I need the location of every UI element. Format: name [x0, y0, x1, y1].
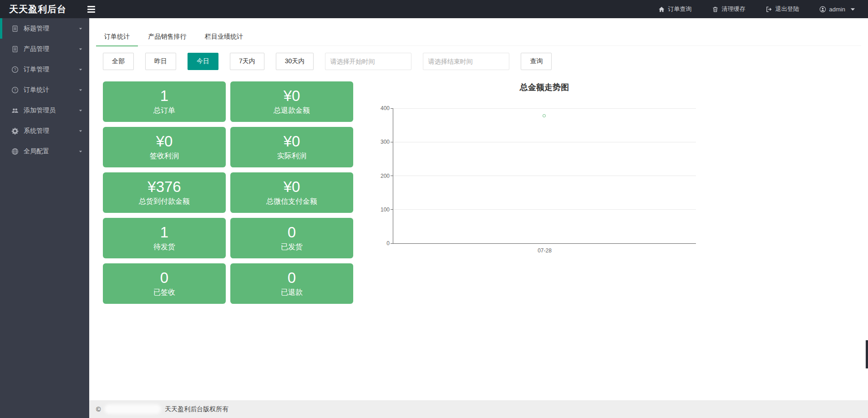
stat-value: 1 — [160, 224, 168, 241]
sidebar-item-global-config[interactable]: 全局配置 — [0, 141, 89, 161]
home-icon — [658, 6, 665, 13]
stat-label: 已退款 — [281, 288, 303, 297]
caret-down-icon — [78, 67, 83, 72]
tab-order-stats[interactable]: 订单统计 — [96, 28, 138, 46]
nav-label: 退出登陆 — [776, 5, 799, 13]
vertical-scrollbar-thumb[interactable] — [866, 340, 868, 368]
stat-card-wechat-amount: ¥0 总微信支付金额 — [230, 172, 353, 213]
filter-all-button[interactable]: 全部 — [103, 53, 134, 70]
stat-card-shipped: 0 已发货 — [230, 218, 353, 258]
filter-30days-button[interactable]: 30天内 — [276, 53, 314, 70]
y-axis-tick — [391, 108, 393, 109]
stat-card-refunded: 0 已退款 — [230, 263, 353, 304]
sidebar-item-label: 订单管理 — [24, 65, 49, 74]
y-axis-tick-label: 100 — [373, 206, 390, 213]
filter-bar: 全部 昨日 今日 7天内 30天内 查询 — [103, 53, 868, 70]
copyright-symbol: © — [96, 406, 101, 413]
stat-card-pending-shipment: 1 待发货 — [103, 218, 226, 258]
stat-label: 签收利润 — [150, 151, 179, 161]
y-axis-tick-label: 200 — [373, 172, 390, 180]
svg-text:?: ? — [14, 67, 16, 72]
trash-icon — [712, 6, 719, 13]
stat-label: 总退款金额 — [274, 106, 310, 116]
sidebar-item-label: 产品管理 — [24, 45, 49, 53]
footer: © 天天盈利后台版权所有 — [89, 400, 868, 418]
chart-gridline — [393, 108, 696, 109]
redacted-text-block — [104, 404, 161, 414]
total-amount-trend-chart: 总金额走势图 010020030040007-28 — [393, 82, 696, 244]
sidebar: 标题管理 产品管理 ? 订单管理 ? 订单统计 添加管理员 系统管理 全局配置 — [0, 18, 89, 418]
start-time-input[interactable] — [325, 53, 411, 70]
menu-toggle-icon[interactable] — [87, 3, 101, 15]
sidebar-item-system-management[interactable]: 系统管理 — [0, 121, 89, 141]
sidebar-item-order-stats[interactable]: ? 订单统计 — [0, 80, 89, 100]
stat-label: 总微信支付金额 — [266, 197, 317, 206]
stat-label: 待发货 — [153, 242, 175, 252]
nav-logout[interactable]: 退出登陆 — [766, 5, 799, 13]
users-icon — [11, 107, 19, 114]
filter-yesterday-button[interactable]: 昨日 — [145, 53, 176, 70]
caret-down-icon — [78, 88, 83, 92]
question-circle-icon: ? — [11, 66, 19, 73]
stat-value: ¥0 — [156, 133, 173, 150]
sidebar-item-label: 订单统计 — [24, 86, 49, 94]
stat-card-signed-profit: ¥0 签收利润 — [103, 127, 226, 167]
app-title: 天天盈利后台 — [0, 3, 81, 15]
copyright-text: 天天盈利后台版权所有 — [165, 405, 228, 413]
globe-icon — [11, 148, 19, 155]
file-icon — [11, 25, 19, 32]
stat-label: 已发货 — [281, 242, 303, 252]
stat-card-total-refund: ¥0 总退款金额 — [230, 81, 353, 122]
stat-card-signed: 0 已签收 — [103, 263, 226, 304]
question-circle-icon: ? — [11, 86, 19, 94]
chart-gridline — [393, 176, 696, 176]
stat-card-actual-profit: ¥0 实际利润 — [230, 127, 353, 167]
y-axis-tick — [391, 209, 393, 210]
caret-down-icon — [78, 108, 83, 113]
stat-value: ¥0 — [284, 133, 300, 150]
sidebar-item-product-management[interactable]: 产品管理 — [0, 39, 89, 59]
logout-icon — [766, 6, 772, 13]
y-axis-tick — [391, 243, 393, 244]
top-header: 天天盈利后台 订单查询 清理缓存 退出登陆 admin — [0, 0, 868, 18]
sidebar-item-label: 标题管理 — [24, 25, 49, 33]
sidebar-item-add-admin[interactable]: 添加管理员 — [0, 100, 89, 121]
stat-label: 总货到付款金额 — [139, 197, 190, 206]
filter-7days-button[interactable]: 7天内 — [230, 53, 264, 70]
end-time-input[interactable] — [423, 53, 509, 70]
file-icon — [11, 45, 19, 53]
caret-down-icon — [78, 47, 83, 51]
sidebar-item-title-management[interactable]: 标题管理 — [0, 18, 89, 39]
chart-gridline — [393, 142, 696, 142]
search-button[interactable]: 查询 — [521, 53, 552, 70]
stat-value: 0 — [288, 270, 296, 286]
sidebar-item-label: 全局配置 — [24, 147, 49, 156]
tab-column-performance[interactable]: 栏目业绩统计 — [197, 28, 251, 45]
nav-label: 清理缓存 — [722, 5, 746, 13]
nav-clear-cache[interactable]: 清理缓存 — [712, 5, 746, 13]
stat-cards: 1 总订单 ¥0 总退款金额 ¥0 签收利润 ¥0 实际利润 ¥376 总货到付… — [103, 81, 353, 304]
y-axis-tick-label: 300 — [373, 138, 390, 146]
y-axis-tick — [391, 176, 393, 176]
stat-value: ¥0 — [284, 88, 300, 104]
tab-bar: 订单统计 产品销售排行 栏目业绩统计 — [96, 28, 861, 46]
stat-value: 0 — [288, 224, 296, 241]
gear-icon — [11, 127, 19, 135]
svg-text:?: ? — [14, 88, 16, 92]
nav-username: admin — [829, 6, 845, 13]
nav-order-search[interactable]: 订单查询 — [658, 5, 692, 13]
stat-value: 1 — [160, 88, 168, 104]
filter-today-button[interactable]: 今日 — [188, 53, 218, 70]
sidebar-item-label: 系统管理 — [24, 127, 49, 135]
nav-user-menu[interactable]: admin — [819, 6, 856, 13]
sidebar-item-order-management[interactable]: ? 订单管理 — [0, 59, 89, 80]
stat-label: 总订单 — [153, 106, 175, 116]
caret-down-icon — [849, 6, 856, 13]
y-axis-tick-label: 0 — [373, 240, 390, 247]
header-nav: 订单查询 清理缓存 退出登陆 admin — [638, 5, 868, 13]
nav-label: 订单查询 — [668, 5, 692, 13]
x-axis-tick-label: 07-28 — [527, 247, 563, 254]
main-content: 订单统计 产品销售排行 栏目业绩统计 全部 昨日 今日 7天内 30天内 查询 … — [89, 18, 868, 400]
y-axis-tick-label: 400 — [373, 105, 390, 112]
tab-product-sales-ranking[interactable]: 产品销售排行 — [140, 28, 194, 45]
